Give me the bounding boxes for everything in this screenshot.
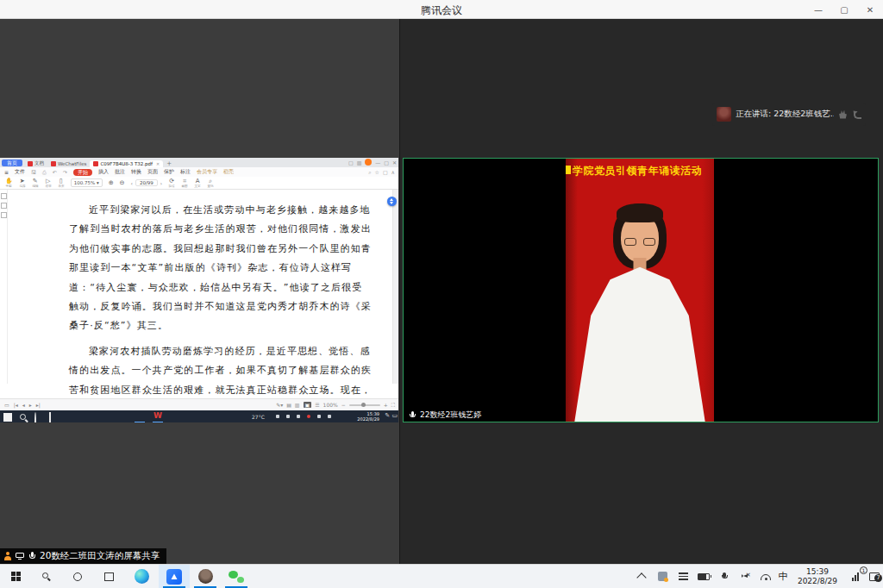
rotate-button[interactable]: ⟳旋转 <box>168 178 175 188</box>
share-menu-icon[interactable]: ☆ <box>375 169 379 176</box>
comment-panel-icon[interactable] <box>1 212 7 218</box>
save-icon[interactable]: 🖫 <box>31 169 36 175</box>
wps-tab-home[interactable]: 首页 <box>2 160 22 166</box>
settings-tray-icon[interactable] <box>673 565 693 588</box>
wps-restore-icon[interactable]: ▢ <box>384 160 389 166</box>
hand-tool-button[interactable]: ✋手型 <box>5 178 13 188</box>
prev-page-icon[interactable]: ◂ <box>22 402 25 408</box>
ime-indicator[interactable]: 中 <box>774 565 792 588</box>
avatar-app-button[interactable] <box>190 565 221 588</box>
clock[interactable]: 15:39 2022/8/29 <box>792 565 843 588</box>
play-tool-button[interactable]: ▷播放 <box>45 178 52 188</box>
shared-screen[interactable]: 首页 文档 WeChatFiles C09F7B4U8-3 T32.pdf✕ +… <box>0 158 398 422</box>
menu-protect[interactable]: 保护 <box>164 168 174 176</box>
tray-expand-button[interactable] <box>631 565 652 588</box>
redo-icon[interactable]: ↷ <box>63 169 67 175</box>
page-fit-icon[interactable]: ▭ <box>4 402 9 408</box>
screenshot-button[interactable]: ⌗截图 <box>181 178 188 188</box>
search-menu-icon[interactable]: ⌕ <box>368 169 371 176</box>
zoom-out-icon[interactable]: ⊖ <box>120 179 125 186</box>
fullscreen-icon[interactable]: ⛶ <box>391 402 395 409</box>
ss-tray-icon[interactable] <box>276 415 279 418</box>
next-page-icon[interactable]: ▸ <box>29 402 32 408</box>
wechat-app-button[interactable] <box>221 565 252 588</box>
select-tool-button[interactable]: ➤选择 <box>19 178 26 188</box>
page-indicator[interactable]: 20/99 <box>135 179 158 186</box>
ss-tray-icon[interactable] <box>297 415 300 418</box>
scroll-jump-button[interactable] <box>387 197 397 206</box>
menu-icon[interactable]: ≡ <box>4 169 9 175</box>
cortana-button[interactable] <box>62 565 93 588</box>
tencent-meeting-app-button[interactable] <box>159 565 190 588</box>
undo-icon[interactable]: ↶ <box>53 169 57 175</box>
notification-center-button[interactable]: 7 <box>866 565 883 588</box>
print-icon[interactable]: ⎙ <box>42 169 47 176</box>
prev-page-button[interactable]: ‹ <box>130 180 132 186</box>
ss-clock[interactable]: 15:39 2022/8/29 <box>357 411 379 422</box>
first-page-icon[interactable]: |◂ <box>14 402 18 408</box>
status-zoom-out[interactable]: − <box>341 402 346 408</box>
bookmark-icon[interactable] <box>1 193 7 199</box>
document-scrollbar[interactable] <box>392 190 398 384</box>
menu-convert[interactable]: 转换 <box>131 168 141 176</box>
ss-tray-icon[interactable] <box>317 415 321 418</box>
double-page-icon[interactable]: ▥ <box>295 402 300 408</box>
menu-insert[interactable]: 插入 <box>98 168 109 176</box>
input-signal-tray-icon[interactable]: 1 <box>845 565 866 588</box>
split-icon[interactable]: ▥ <box>357 160 362 166</box>
task-view-button[interactable] <box>93 565 124 588</box>
collapse-ribbon-icon[interactable]: ∧ <box>391 169 395 176</box>
window-menu-icon[interactable]: ▢ <box>383 169 388 176</box>
thumbnail-icon[interactable] <box>1 203 7 209</box>
file-menu[interactable]: 文件 <box>15 168 25 176</box>
text-button[interactable]: A文字 <box>194 178 201 188</box>
pdf-page[interactable]: 近平到梁家河以后，在生活或劳动中与老乡接触，越来越多地了解到当时农村的落后与老乡… <box>8 190 392 398</box>
menu-docer[interactable]: 稻壳 <box>223 168 234 176</box>
new-tab-button[interactable]: + <box>163 160 175 167</box>
wps-minimize-icon[interactable]: — <box>375 160 380 166</box>
participant-video-tile[interactable]: 学院党员引领青年诵读活动 <box>403 158 879 422</box>
pen-status-icon[interactable]: ✎▾ <box>276 402 283 408</box>
ss-tray-icon[interactable] <box>307 415 310 418</box>
wps-close-icon[interactable]: ✕ <box>392 160 397 166</box>
continuous-icon[interactable]: ☰ <box>315 402 319 408</box>
active-view-icon[interactable]: ▣ <box>304 402 312 408</box>
maximize-button[interactable]: ▢ <box>831 0 857 19</box>
ss-tray-icon[interactable] <box>328 415 331 418</box>
status-zoom-in[interactable]: + <box>384 402 388 408</box>
ss-wps-icon[interactable]: W <box>153 411 162 420</box>
menu-home[interactable]: 开始 <box>73 169 92 176</box>
security-tray-icon[interactable] <box>652 565 673 588</box>
wps-tab-active-pdf[interactable]: C09F7B4U8-3 T32.pdf✕ <box>90 160 163 167</box>
minimize-button[interactable]: — <box>805 0 831 19</box>
menu-annotate[interactable]: 标注 <box>180 168 191 176</box>
microphone-tray-icon[interactable] <box>714 565 735 588</box>
raise-hand-icon[interactable] <box>838 110 848 119</box>
zoom-slider[interactable] <box>349 404 380 406</box>
close-button[interactable]: ✕ <box>857 0 883 19</box>
tab-close-icon[interactable]: ✕ <box>156 161 160 166</box>
ss-cortana-icon[interactable] <box>34 413 36 423</box>
menu-page[interactable]: 页面 <box>147 168 158 176</box>
zoom-in-icon[interactable]: ⊕ <box>109 179 114 186</box>
ss-notification-icon[interactable]: ▭ <box>391 412 398 419</box>
ss-taskview-icon[interactable] <box>49 413 51 423</box>
single-page-button[interactable]: ▯单页 <box>58 178 65 188</box>
ss-tray-icon[interactable] <box>286 415 290 418</box>
menu-vip[interactable]: 会员专享 <box>197 168 217 176</box>
battery-tray-icon[interactable] <box>693 565 714 588</box>
layout-icon[interactable]: ▢ <box>348 160 354 166</box>
next-page-button[interactable]: › <box>160 180 162 186</box>
start-button[interactable] <box>0 565 31 588</box>
menu-comment[interactable]: 批注 <box>115 168 125 176</box>
search-button[interactable] <box>31 565 62 588</box>
wps-tab-wechatfiles[interactable]: WeChatFiles <box>47 160 90 167</box>
find-button[interactable]: ⌕查找 <box>207 178 214 188</box>
last-page-icon[interactable]: ▸| <box>36 402 41 408</box>
edit-tool-button[interactable]: ✎编辑 <box>32 178 39 188</box>
wps-tab-doc[interactable]: 文档 <box>24 160 47 167</box>
edge-app-button[interactable] <box>126 565 157 588</box>
read-mode-icon[interactable]: ▤ <box>286 402 291 408</box>
reply-icon[interactable] <box>852 110 861 119</box>
wps-account-avatar[interactable] <box>365 159 372 166</box>
